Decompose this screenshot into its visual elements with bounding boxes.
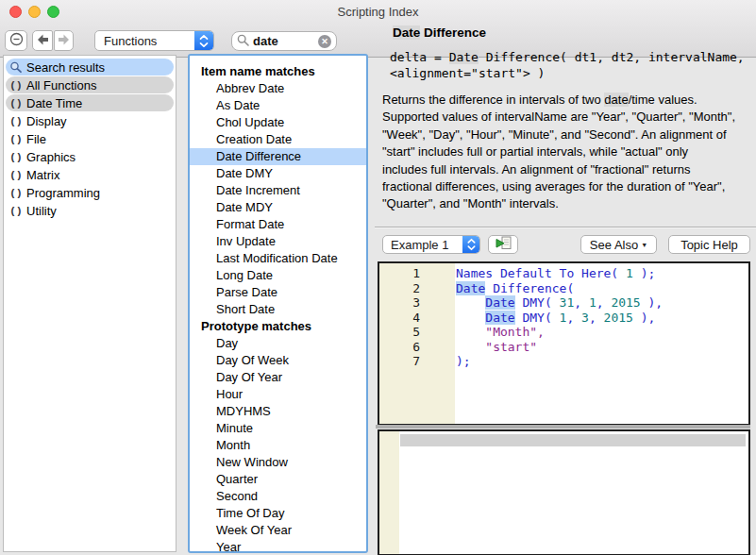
caret-down-icon: ▼ (641, 242, 647, 248)
result-item[interactable]: Chol Update (190, 114, 366, 131)
result-item[interactable]: Time Of Day (190, 505, 366, 522)
result-item[interactable]: Date MDY (190, 199, 366, 216)
sidebar-item[interactable]: ( ) All Functions (6, 76, 174, 93)
sidebar-item-label: File (26, 132, 46, 146)
stepper-chevrons-icon (462, 236, 479, 253)
result-item-label: Chol Update (216, 115, 284, 129)
function-parentheses-icon: ( ) (8, 115, 24, 126)
result-item[interactable]: Format Date (190, 216, 366, 233)
example-select[interactable]: Example 1 (382, 235, 480, 254)
result-item[interactable]: Short Date (190, 301, 366, 318)
function-title: Date Difference (393, 25, 486, 40)
search-results-list: Item name matches Abbrev Date As Date Ch… (188, 54, 368, 553)
result-item-label: Long Date (216, 268, 273, 282)
forward-arrow-icon (58, 34, 70, 48)
result-item[interactable]: Quarter (190, 471, 366, 488)
sidebar-item-label: Utility (26, 204, 57, 218)
circled-minus-icon (9, 32, 24, 49)
example-select-value: Example 1 (383, 238, 462, 252)
see-also-button[interactable]: See Also ▼ (580, 235, 657, 254)
sidebar-item[interactable]: ( ) File (6, 130, 174, 147)
sidebar-item[interactable]: ( ) Programming (6, 184, 174, 201)
function-syntax: delta = Date Difference( dt1, dt2, inter… (390, 49, 745, 81)
result-item-label: As Date (216, 98, 260, 112)
category-sidebar: Search results ( ) All Functions ( ) Dat… (3, 55, 176, 552)
result-item-label: Item name matches (201, 64, 315, 78)
result-item[interactable]: As Date (190, 97, 366, 114)
result-item-label: Date DMY (216, 166, 273, 180)
result-item[interactable]: Date DMY (190, 165, 366, 182)
result-item[interactable]: Hour (190, 386, 366, 403)
function-parentheses-icon: ( ) (8, 79, 24, 91)
result-item[interactable]: Day Of Week (190, 352, 366, 369)
sidebar-item[interactable]: ( ) Utility (6, 202, 174, 219)
result-item-label: Short Date (216, 302, 275, 316)
example-code-editor[interactable]: 1Names Default To Here( 1 );2Date Differ… (378, 261, 750, 426)
result-item[interactable]: Week Of Year (190, 522, 366, 539)
result-item[interactable]: New Window (190, 454, 366, 471)
category-select[interactable]: Functions (94, 30, 214, 51)
result-item[interactable]: Parse Date (190, 284, 366, 301)
result-item-label: Day Of Week (216, 353, 289, 367)
result-item-label: Inv Update (216, 234, 276, 248)
result-item-label: Day Of Year (216, 370, 282, 384)
result-item-label: Quarter (216, 472, 258, 486)
clear-search-icon[interactable]: ✕ (318, 35, 331, 48)
result-item[interactable]: Prototype matches (190, 318, 366, 335)
back-button[interactable] (32, 30, 53, 51)
result-item-label: Date Increment (216, 183, 300, 197)
search-input[interactable]: date (253, 34, 314, 48)
result-item[interactable]: Abbrev Date (190, 80, 366, 97)
result-item-label: Format Date (216, 217, 284, 231)
result-item-label: Minute (216, 421, 253, 435)
sidebar-item[interactable]: ( ) Date Time (6, 94, 174, 111)
result-item-label: Prototype matches (201, 319, 311, 333)
result-item-label: Date MDY (216, 200, 273, 214)
result-item[interactable]: Month (190, 437, 366, 454)
result-item[interactable]: Day Of Year (190, 369, 366, 386)
sidebar-item[interactable]: Search results (6, 59, 174, 76)
result-item-label: Last Modification Date (216, 251, 338, 265)
run-script-icon (495, 236, 512, 253)
result-item[interactable]: Item name matches (190, 63, 366, 80)
function-parentheses-icon: ( ) (8, 169, 24, 180)
function-parentheses-icon: ( ) (8, 205, 24, 216)
result-item-label: Time Of Day (216, 506, 284, 520)
back-arrow-icon (37, 34, 49, 48)
sidebar-item[interactable]: ( ) Matrix (6, 166, 174, 183)
function-description: Returns the difference in intervals of t… (382, 92, 752, 213)
sidebar-item-label: Date Time (26, 96, 82, 110)
result-item[interactable]: Minute (190, 420, 366, 437)
function-parentheses-icon: ( ) (8, 133, 24, 144)
result-item[interactable]: Creation Date (190, 131, 366, 148)
titlebar[interactable]: Scripting Index (0, 0, 756, 25)
result-item[interactable]: Date Difference (190, 148, 366, 165)
run-script-button[interactable] (488, 235, 518, 254)
result-item-label: Week Of Year (216, 523, 292, 537)
topic-help-button[interactable]: Topic Help (668, 235, 750, 254)
result-item[interactable]: Date Increment (190, 182, 366, 199)
sidebar-item[interactable]: ( ) Display (6, 112, 174, 129)
output-area[interactable] (378, 429, 750, 555)
stepper-chevrons-icon (194, 31, 213, 50)
result-item-label: New Window (216, 455, 288, 469)
horizontal-splitter[interactable] (376, 425, 750, 429)
result-item[interactable]: Second (190, 488, 366, 505)
result-item[interactable]: MDYHMS (190, 403, 366, 420)
result-item-label: Year (216, 540, 241, 553)
result-item[interactable]: Long Date (190, 267, 366, 284)
function-parentheses-icon: ( ) (8, 97, 24, 109)
result-item[interactable]: Day (190, 335, 366, 352)
result-item[interactable]: Inv Update (190, 233, 366, 250)
search-results-icon (8, 61, 24, 74)
result-item-label: Hour (216, 387, 243, 401)
result-item[interactable]: Year (190, 539, 366, 553)
sidebar-item[interactable]: ( ) Graphics (6, 148, 174, 165)
remove-button[interactable] (5, 30, 27, 51)
result-item-label: MDYHMS (216, 404, 271, 418)
function-parentheses-icon: ( ) (8, 151, 24, 162)
result-item-label: Month (216, 438, 250, 452)
result-item[interactable]: Last Modification Date (190, 250, 366, 267)
search-field[interactable]: date ✕ (231, 31, 337, 51)
forward-button[interactable] (54, 30, 74, 51)
